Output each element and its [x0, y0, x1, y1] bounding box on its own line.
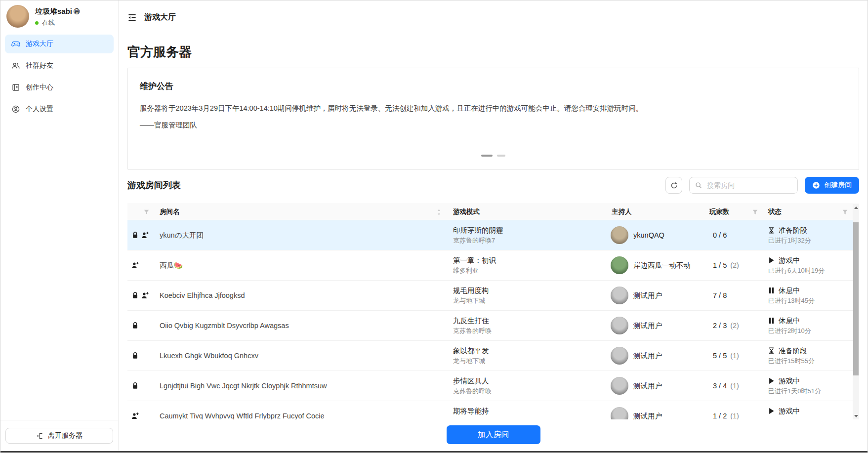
- play-icon: [768, 408, 775, 414]
- sidebar-item-settings[interactable]: 个人设置: [5, 100, 114, 119]
- search-input[interactable]: [706, 181, 792, 190]
- hourglass-icon: [768, 227, 775, 234]
- room-status: 准备阶段已进行15时55分: [762, 341, 852, 371]
- column-label: 状态: [768, 207, 782, 216]
- mode-subtitle: 克苏鲁的呼唤: [453, 386, 607, 396]
- table-header: 房间名游戏模式主持人玩家数状态: [127, 204, 859, 220]
- scroll-down-arrow[interactable]: [853, 412, 859, 419]
- column-header-status[interactable]: 状态: [762, 204, 852, 220]
- host-name: 岸边西瓜一动不动: [633, 261, 691, 270]
- room-mode: 第一章：初识维多利亚: [446, 250, 607, 280]
- create-room-button[interactable]: 创建房间: [805, 177, 859, 194]
- status-duration: 已进行15时55分: [768, 356, 852, 366]
- room-status: 休息中已进行2时10分: [762, 311, 852, 340]
- play-icon: [768, 377, 775, 384]
- window-bottom-edge: [0, 451, 868, 453]
- status-label: 游戏中: [779, 255, 800, 266]
- lock-icon: [131, 352, 139, 360]
- status-label: 休息中: [779, 316, 800, 326]
- table-row[interactable]: Lkuexh Ghgk Wbukfoq Gnhcxv象以都平发龙与地下城测试用户…: [127, 341, 859, 371]
- column-header-room-name[interactable]: 房间名: [154, 204, 446, 220]
- column-label: 游戏模式: [453, 207, 480, 216]
- table-row[interactable]: 西瓜🍉第一章：初识维多利亚岸边西瓜一动不动1 / 5(2)游戏中已进行6天10时…: [127, 250, 859, 281]
- user-avatar[interactable]: [6, 5, 29, 28]
- status-duration: 已进行2时10分: [768, 326, 852, 336]
- filter-icon[interactable]: [842, 209, 852, 215]
- room-name: ykunの大开团: [154, 220, 446, 250]
- room-host: ykunQAQ: [607, 220, 703, 250]
- status-label: 游戏中: [779, 376, 800, 386]
- user-status: 在线: [35, 18, 81, 27]
- server-title: 官方服务器: [127, 44, 859, 60]
- announcement-signature: ——官服管理团队: [140, 119, 847, 131]
- table-row[interactable]: Koebciv Elhjfhca Jjfoogksd规毛用度构龙与地下城测试用户…: [127, 281, 859, 311]
- column-header-host[interactable]: 主持人: [607, 204, 703, 220]
- sidebar-item-lobby[interactable]: 游戏大厅: [5, 35, 114, 53]
- sidebar-item-friends[interactable]: 社群好友: [5, 56, 114, 75]
- community-icon: [11, 61, 20, 70]
- sidebar-item-label: 创作中心: [26, 83, 53, 92]
- room-mode: 象以都平发龙与地下城: [446, 341, 607, 371]
- column-label: 房间名: [160, 207, 180, 216]
- topbar: 游戏大厅: [127, 0, 859, 23]
- mode-subtitle: [453, 416, 607, 420]
- sidebar-item-label: 社群好友: [26, 61, 53, 70]
- filter-icon[interactable]: [752, 209, 762, 215]
- room-host: 测试用户: [607, 311, 703, 340]
- refresh-button[interactable]: [665, 177, 682, 194]
- room-mode: 九反生打住克苏鲁的呼唤: [446, 311, 607, 340]
- scroll-thumb[interactable]: [853, 222, 859, 375]
- menu-fold-icon[interactable]: [127, 13, 137, 22]
- mode-title: 步情区具人: [453, 376, 607, 386]
- table-body: ykunの大开团印斯茅斯的阴霾克苏鲁的呼唤7ykunQAQ0 / 6准备阶段已进…: [127, 220, 859, 419]
- room-host: 测试用户: [607, 341, 703, 371]
- table-row[interactable]: ykunの大开团印斯茅斯的阴霾克苏鲁的呼唤7ykunQAQ0 / 6准备阶段已进…: [127, 220, 859, 250]
- room-list-header: 游戏房间列表 创建房间: [127, 177, 859, 194]
- plus-circle-icon: [812, 181, 820, 189]
- leave-server-button[interactable]: 离开服务器: [5, 428, 113, 444]
- scroll-up-arrow[interactable]: [853, 204, 859, 211]
- status-title-line: 准备阶段: [768, 346, 852, 356]
- column-header-game-mode[interactable]: 游戏模式: [446, 204, 607, 220]
- sidebar-item-label: 游戏大厅: [26, 40, 53, 48]
- room-host: 岸边西瓜一动不动: [607, 250, 703, 280]
- invite-icon: [131, 261, 139, 269]
- players-count: 5 / 5: [713, 352, 727, 360]
- players-extra: (1): [730, 352, 739, 360]
- table-scrollbar[interactable]: [853, 204, 859, 419]
- room-status: 休息中已进行13时45分: [762, 281, 852, 310]
- sort-icon[interactable]: [437, 208, 446, 216]
- table-row[interactable]: Caumykt Tivq Wvhpvvq Wftld Frlybprz Fucy…: [127, 401, 859, 419]
- announcement-card: 维护公告 服务器将于2023年3月29日下午14:00-14:10期间停机维护，…: [127, 68, 859, 170]
- topbar-title: 游戏大厅: [144, 12, 176, 23]
- column-header-flags[interactable]: [127, 204, 154, 220]
- host-name: 测试用户: [633, 291, 662, 300]
- carousel-dot-1[interactable]: [481, 155, 493, 157]
- room-players: 2 / 3(2): [703, 311, 762, 340]
- room-players: 1 / 2(1): [703, 401, 762, 419]
- filter-icon[interactable]: [144, 209, 154, 215]
- status-label: 休息中: [779, 286, 800, 296]
- table-row[interactable]: Oiio Qvbig Kugzmblt Dsyvcrlbp Awagsas九反生…: [127, 311, 859, 341]
- sidebar: 垃圾堆sabi😁 在线 游戏大厅社群好友创作中心个人设置 离开服务器: [0, 0, 119, 451]
- table-row[interactable]: Lgnjdtjtui Bigh Vwc Jqcgt Nkrjtk Cloyphj…: [127, 371, 859, 401]
- mode-subtitle: 克苏鲁的呼唤7: [453, 236, 607, 246]
- room-players: 5 / 5(1): [703, 341, 762, 371]
- mode-title: 九反生打住: [453, 316, 607, 326]
- column-header-player-count[interactable]: 玩家数: [703, 204, 762, 220]
- sidebar-item-creation[interactable]: 创作中心: [5, 78, 114, 97]
- room-table: 房间名游戏模式主持人玩家数状态 ykunの大开团印斯茅斯的阴霾克苏鲁的呼唤7yk…: [127, 204, 859, 419]
- carousel-dot-2[interactable]: [497, 155, 505, 157]
- mode-subtitle: 维多利亚: [453, 266, 607, 276]
- sidebar-item-label: 个人设置: [26, 105, 53, 114]
- user-profile[interactable]: 垃圾堆sabi😁 在线: [0, 0, 118, 31]
- join-room-button[interactable]: 加入房间: [447, 425, 540, 444]
- room-mode: 印斯茅斯的阴霾克苏鲁的呼唤7: [446, 220, 607, 250]
- host-avatar: [611, 287, 628, 304]
- invite-icon: [131, 412, 139, 419]
- sidebar-nav: 游戏大厅社群好友创作中心个人设置: [0, 31, 118, 125]
- user-name: 垃圾堆sabi😁: [35, 6, 81, 16]
- room-flags: [127, 220, 154, 250]
- app-window: 垃圾堆sabi😁 在线 游戏大厅社群好友创作中心个人设置 离开服务器 游戏大厅: [0, 0, 868, 453]
- pause-icon: [768, 287, 775, 294]
